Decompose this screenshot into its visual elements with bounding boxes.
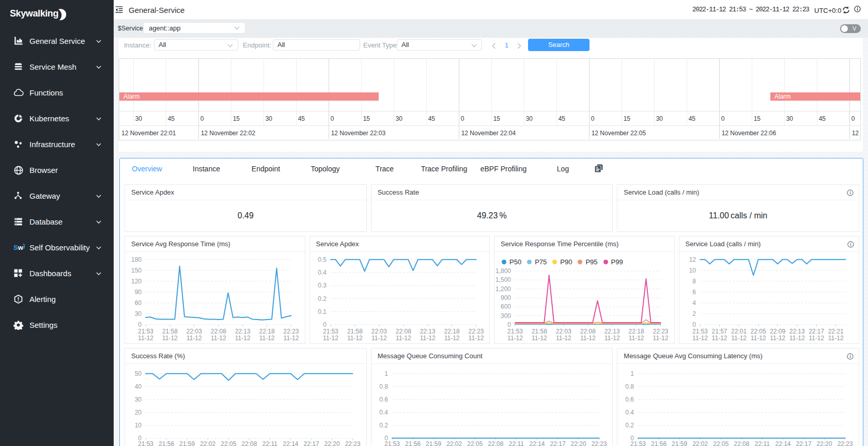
svg-text:22:03: 22:03 xyxy=(556,328,571,335)
svg-text:0.1: 0.1 xyxy=(318,308,327,315)
svg-text:22:08: 22:08 xyxy=(211,328,226,335)
svg-text:11-12: 11-12 xyxy=(468,334,484,342)
svg-text:40: 40 xyxy=(135,383,142,390)
svg-text:22:08: 22:08 xyxy=(241,440,257,446)
svg-text:50: 50 xyxy=(135,370,142,377)
svg-text:22:20: 22:20 xyxy=(817,440,832,446)
svg-text:12: 12 xyxy=(689,256,696,263)
svg-text:11-12: 11-12 xyxy=(371,334,386,342)
svg-text:0.5: 0.5 xyxy=(318,256,327,263)
svg-text:22:21: 22:21 xyxy=(828,328,843,335)
svg-text:22:14: 22:14 xyxy=(776,440,791,446)
svg-text:1,200: 1,200 xyxy=(495,285,511,293)
svg-text:22:02: 22:02 xyxy=(200,440,215,446)
svg-text:22:09: 22:09 xyxy=(770,328,785,335)
svg-text:22:13: 22:13 xyxy=(235,328,251,335)
svg-text:0.3: 0.3 xyxy=(318,282,327,289)
svg-text:11-12: 11-12 xyxy=(187,334,202,342)
svg-text:21:58: 21:58 xyxy=(162,328,178,335)
svg-text:21:53: 21:53 xyxy=(692,328,707,335)
svg-text:11-12: 11-12 xyxy=(629,334,644,342)
svg-text:22:18: 22:18 xyxy=(629,328,644,335)
svg-text:11-12: 11-12 xyxy=(347,334,362,342)
svg-text:4: 4 xyxy=(692,299,696,307)
svg-text:0.2: 0.2 xyxy=(318,295,327,302)
svg-text:22:08: 22:08 xyxy=(488,440,503,446)
svg-text:0.6: 0.6 xyxy=(626,396,634,403)
svg-text:22:08: 22:08 xyxy=(580,328,596,335)
svg-text:21:53: 21:53 xyxy=(138,440,153,446)
svg-text:22:13: 22:13 xyxy=(789,328,804,335)
svg-text:0.2: 0.2 xyxy=(379,422,388,429)
svg-text:22:13: 22:13 xyxy=(420,328,435,335)
svg-text:21:56: 21:56 xyxy=(405,440,421,446)
svg-text:11-12: 11-12 xyxy=(420,334,435,342)
svg-text:22:17: 22:17 xyxy=(809,328,824,335)
svg-text:11-12: 11-12 xyxy=(211,334,226,342)
svg-text:0.8: 0.8 xyxy=(379,383,388,390)
svg-text:21:53: 21:53 xyxy=(384,440,400,446)
svg-text:0.6: 0.6 xyxy=(379,396,388,403)
svg-text:21:58: 21:58 xyxy=(347,328,362,335)
svg-text:11-12: 11-12 xyxy=(395,334,411,342)
svg-text:180: 180 xyxy=(131,256,142,263)
svg-text:20: 20 xyxy=(135,409,142,416)
svg-text:1: 1 xyxy=(384,370,388,377)
svg-text:0: 0 xyxy=(323,321,327,328)
svg-text:90: 90 xyxy=(135,289,142,296)
svg-text:22:23: 22:23 xyxy=(838,440,853,446)
svg-text:22:13: 22:13 xyxy=(605,328,620,335)
svg-text:0.4: 0.4 xyxy=(318,269,327,276)
svg-text:21:57: 21:57 xyxy=(711,328,727,335)
svg-text:300: 300 xyxy=(501,312,511,320)
svg-text:11-12: 11-12 xyxy=(809,334,824,342)
svg-text:30: 30 xyxy=(135,396,142,403)
svg-text:22:02: 22:02 xyxy=(446,440,462,446)
svg-text:22:01: 22:01 xyxy=(731,328,747,335)
svg-text:22:05: 22:05 xyxy=(221,440,236,446)
svg-text:21:53: 21:53 xyxy=(630,440,646,446)
svg-text:22:14: 22:14 xyxy=(529,440,545,446)
svg-text:11-12: 11-12 xyxy=(259,334,275,342)
svg-text:11-12: 11-12 xyxy=(605,334,620,342)
svg-text:11-12: 11-12 xyxy=(507,334,523,342)
svg-text:0: 0 xyxy=(507,321,511,328)
svg-text:21:59: 21:59 xyxy=(672,440,687,446)
svg-text:22:20: 22:20 xyxy=(324,440,340,446)
svg-text:22:23: 22:23 xyxy=(653,328,668,335)
svg-text:21:59: 21:59 xyxy=(179,440,195,446)
svg-text:8: 8 xyxy=(692,278,696,285)
svg-text:21:53: 21:53 xyxy=(507,328,523,335)
svg-text:11-12: 11-12 xyxy=(770,334,785,342)
svg-text:11-12: 11-12 xyxy=(580,334,596,342)
svg-text:22:03: 22:03 xyxy=(187,328,202,335)
svg-text:22:23: 22:23 xyxy=(345,440,361,446)
svg-text:11-12: 11-12 xyxy=(162,334,178,342)
svg-text:11-12: 11-12 xyxy=(711,334,727,342)
svg-text:11-12: 11-12 xyxy=(323,334,338,342)
svg-text:11-12: 11-12 xyxy=(653,334,669,342)
svg-text:22:23: 22:23 xyxy=(283,328,299,335)
svg-text:0: 0 xyxy=(692,321,696,328)
svg-text:22:11: 22:11 xyxy=(509,440,524,446)
svg-text:6: 6 xyxy=(692,289,696,296)
svg-text:22:20: 22:20 xyxy=(570,440,586,446)
svg-text:60: 60 xyxy=(135,299,142,307)
svg-text:21:56: 21:56 xyxy=(159,440,174,446)
svg-text:1: 1 xyxy=(631,370,634,377)
svg-text:11-12: 11-12 xyxy=(235,334,251,342)
svg-text:11-12: 11-12 xyxy=(284,334,299,342)
svg-text:1,500: 1,500 xyxy=(495,276,511,283)
svg-text:11-12: 11-12 xyxy=(532,334,547,342)
svg-text:22:17: 22:17 xyxy=(796,440,812,446)
svg-text:11-12: 11-12 xyxy=(750,334,766,342)
svg-text:22:08: 22:08 xyxy=(734,440,750,446)
svg-text:120: 120 xyxy=(131,278,142,285)
svg-text:11-12: 11-12 xyxy=(692,334,708,342)
svg-text:21:53: 21:53 xyxy=(322,328,338,335)
svg-text:21:56: 21:56 xyxy=(651,440,667,446)
svg-text:22:11: 22:11 xyxy=(262,440,277,446)
svg-text:21:59: 21:59 xyxy=(426,440,441,446)
svg-text:22:18: 22:18 xyxy=(259,328,275,335)
svg-text:22:18: 22:18 xyxy=(444,328,459,335)
